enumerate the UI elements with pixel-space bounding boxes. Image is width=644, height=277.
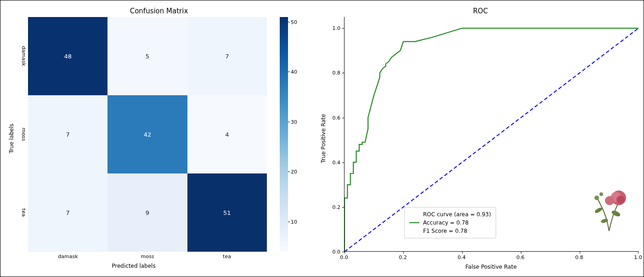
- cm-cell-1-0: 7: [28, 95, 107, 173]
- cm-xtick-1: moss: [141, 254, 154, 260]
- cm-colorbar: [280, 17, 288, 252]
- svg-point-1: [611, 209, 621, 218]
- cm-cell-0-1: 5: [107, 17, 187, 95]
- roc-ytick-2: 0.4: [328, 159, 340, 165]
- roc-xtick-3: 0.6: [516, 254, 525, 260]
- cm-title: Confusion Matrix: [0, 7, 317, 15]
- cm-cell-0-0: 48: [28, 17, 107, 95]
- legend-swatch-blank-icon: [409, 214, 419, 215]
- roc-ylabel: True Positive Rate: [320, 114, 327, 163]
- roc-xtick-4: 0.8: [575, 254, 583, 260]
- cm-xlabel: Predicted labels: [0, 263, 267, 269]
- cm-cell-2-2: 51: [187, 173, 267, 252]
- legend-swatch-blank2-icon: [409, 231, 419, 231]
- rose-illustration-icon: [588, 185, 630, 236]
- legend-swatch-line-icon: [409, 222, 419, 223]
- cm-cell-1-1: 42: [107, 95, 187, 173]
- confusion-matrix-subplot: Confusion Matrix 48 5 7 7 42 4 7 9 51 da…: [0, 0, 317, 277]
- legend-label-f1: F1 Score = 0.78: [423, 227, 467, 235]
- svg-point-6: [605, 196, 614, 205]
- roc-title: ROC: [317, 7, 644, 15]
- cm-ylabel: True labels: [8, 124, 15, 154]
- roc-ytick-5: 1.0: [328, 25, 340, 31]
- legend-row-roc: ROC curve (area = 0.93): [409, 210, 491, 219]
- svg-point-5: [616, 196, 625, 204]
- cbar-tick-50: 50: [291, 19, 297, 25]
- legend-row-acc: Accuracy = 0.78: [409, 219, 491, 227]
- cm-cell-1-2: 4: [187, 95, 267, 173]
- figure: Confusion Matrix 48 5 7 7 42 4 7 9 51 da…: [0, 0, 644, 277]
- legend-label-acc: Accuracy = 0.78: [423, 219, 469, 227]
- roc-ytick-1: 0.2: [328, 204, 340, 210]
- roc-ytick-3: 0.6: [328, 115, 340, 121]
- roc-xtick-2: 0.4: [458, 254, 466, 260]
- svg-point-8: [599, 192, 603, 196]
- roc-ytick-4: 0.8: [328, 70, 340, 76]
- cm-cell-0-2: 7: [187, 17, 267, 95]
- roc-plot-area: ROC curve (area = 0.93) Accuracy = 0.78 …: [344, 17, 638, 252]
- cbar-tick-40: 40: [291, 69, 297, 75]
- cm-cell-2-1: 9: [107, 173, 187, 252]
- cm-ytick-1: moss: [21, 128, 27, 141]
- svg-point-7: [594, 196, 599, 200]
- legend-row-f1: F1 Score = 0.78: [409, 227, 491, 235]
- cm-heatmap: 48 5 7 7 42 4 7 9 51: [28, 17, 267, 252]
- cbar-tick-20: 20: [291, 169, 297, 175]
- roc-legend: ROC curve (area = 0.93) Accuracy = 0.78 …: [404, 207, 496, 238]
- cbar-tick-10: 10: [291, 219, 297, 225]
- roc-xtick-1: 0.2: [399, 254, 407, 260]
- cm-xtick-2: tea: [223, 254, 231, 260]
- cm-cell-2-0: 7: [28, 173, 107, 252]
- roc-xtick-5: 1.0: [634, 254, 642, 260]
- roc-ytick-0: 0.0: [328, 249, 340, 255]
- cm-xtick-0: damask: [58, 254, 78, 260]
- roc-subplot: ROC ROC curve (a: [317, 0, 644, 277]
- legend-label-roc: ROC curve (area = 0.93): [423, 210, 491, 219]
- roc-xtick-0: 0.0: [340, 254, 348, 260]
- roc-xlabel: False Positive Rate: [344, 264, 638, 270]
- cm-ytick-0: damask: [21, 46, 27, 66]
- cm-ytick-2: tea: [21, 208, 27, 217]
- cbar-tick-30: 30: [291, 119, 297, 125]
